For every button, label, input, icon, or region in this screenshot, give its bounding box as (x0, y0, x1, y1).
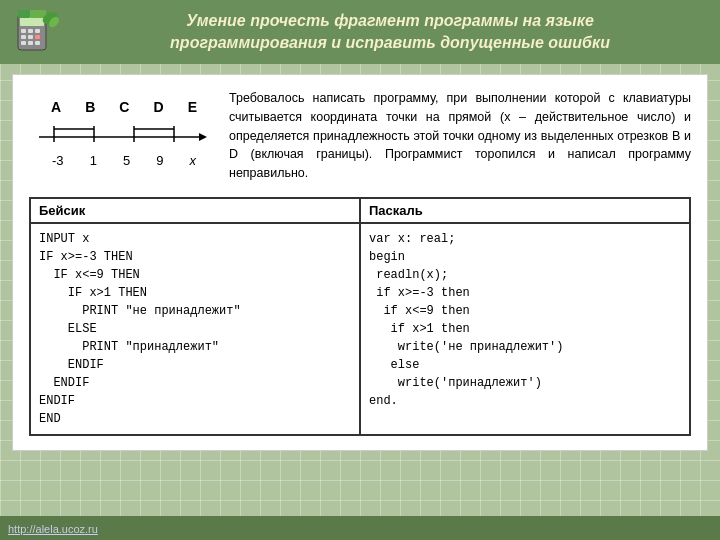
num-x: x (189, 153, 196, 168)
svg-rect-5 (28, 29, 33, 33)
letter-e: E (188, 99, 197, 115)
calculator-icon (12, 8, 60, 56)
col-header-pascal: Паскаль (360, 198, 690, 223)
col-header-basic: Бейсик (30, 198, 360, 223)
number-line-area: A B C D E (29, 89, 209, 183)
svg-rect-3 (30, 10, 46, 18)
code-table: Бейсик Паскаль INPUT x IF x>=-3 THEN IF … (29, 197, 691, 436)
content-area: A B C D E (12, 74, 708, 451)
numbers-row: -3 1 5 9 x (29, 153, 209, 168)
num-minus3: -3 (52, 153, 64, 168)
header-title: Умение прочесть фрагмент программы на яз… (72, 10, 708, 55)
footer-url: http://alela.ucoz.ru (8, 523, 98, 535)
main-container: Умение прочесть фрагмент программы на яз… (0, 0, 720, 540)
svg-rect-2 (18, 10, 30, 18)
svg-rect-4 (21, 29, 26, 33)
num-5: 5 (123, 153, 130, 168)
header: Умение прочесть фрагмент программы на яз… (0, 0, 720, 64)
description-text: Требовалось написать программу, при выпо… (229, 89, 691, 183)
svg-rect-8 (28, 35, 33, 39)
svg-rect-7 (21, 35, 26, 39)
svg-rect-10 (21, 41, 26, 45)
num-1: 1 (90, 153, 97, 168)
letter-a: A (51, 99, 61, 115)
svg-rect-9 (35, 35, 40, 39)
letters-row: A B C D E (29, 99, 209, 115)
number-line-graphic (29, 119, 209, 149)
code-pascal: var x: real; begin readln(x); if x>=-3 t… (360, 223, 690, 435)
letter-c: C (119, 99, 129, 115)
svg-rect-11 (28, 41, 33, 45)
svg-rect-6 (35, 29, 40, 33)
letter-d: D (153, 99, 163, 115)
svg-rect-12 (35, 41, 40, 45)
num-9: 9 (156, 153, 163, 168)
letter-b: B (85, 99, 95, 115)
svg-marker-16 (199, 133, 207, 141)
code-basic: INPUT x IF x>=-3 THEN IF x<=9 THEN IF x>… (30, 223, 360, 435)
top-section: A B C D E (29, 89, 691, 183)
footer: http://alela.ucoz.ru (0, 516, 720, 540)
